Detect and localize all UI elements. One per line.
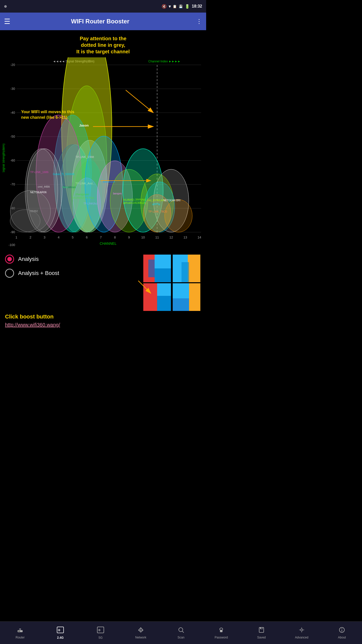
svg-rect-95	[188, 255, 200, 282]
svg-point-109	[18, 631, 19, 631]
svg-text:-40: -40	[10, 111, 15, 114]
nav-label-network: Network	[135, 636, 146, 639]
status-left-icon: ⊕	[4, 4, 7, 8]
svg-text:Your WIFI will moves to this: Your WIFI will moves to this	[21, 110, 74, 114]
nav-label-router: Router	[16, 636, 25, 639]
status-time: 18:32	[192, 4, 202, 9]
chart-wrapper: -20 -30 -40 -50 -60 -70 -80 -90 -100 Sig…	[3, 57, 204, 247]
nav-item-network[interactable]: Network	[121, 622, 161, 644]
boost-arrow	[136, 278, 186, 298]
nav-item-2g[interactable]: ② 2.4G	[40, 622, 80, 644]
svg-rect-89	[155, 255, 171, 268]
svg-text:CHANNEL: CHANNEL	[100, 242, 117, 246]
app-bar: ☰ WIFI Router Booster ⋮	[0, 13, 206, 30]
svg-text:12: 12	[169, 235, 173, 239]
svg-text:-30: -30	[10, 87, 15, 91]
more-options-button[interactable]: ⋮	[196, 18, 202, 25]
wifi-icon: ▾	[169, 4, 171, 9]
svg-point-58	[10, 210, 40, 232]
svg-text:-90: -90	[10, 230, 15, 234]
svg-text:TP-LINK_76C0: TP-LINK_76C0	[148, 210, 167, 213]
status-bar: ⊕ 🔇 ▾ 📋 💾 🔋 18:32	[0, 0, 206, 13]
svg-text:7: 7	[100, 235, 102, 239]
svg-line-106	[138, 281, 151, 293]
nav-label-2g: 2.4G	[57, 636, 64, 639]
svg-rect-105	[173, 298, 189, 311]
chart-container: Pay attention to the dotted line in grey…	[0, 30, 206, 250]
svg-text:⑤: ⑤	[98, 629, 101, 632]
click-boost-label: Click boost button	[5, 313, 201, 320]
svg-text:Jason: Jason	[79, 124, 89, 127]
nav-item-password[interactable]: Password	[201, 622, 206, 644]
svg-text:Hd_BYWLAN: Hd_BYWLAN	[148, 199, 165, 202]
nav-item-5g[interactable]: ⑤ 5G	[80, 622, 121, 644]
svg-text:TP-LINK(fix): TP-LINK(fix)	[83, 202, 97, 205]
svg-text:8: 8	[114, 235, 116, 239]
svg-text:nPPTe: nPPTe	[152, 203, 160, 206]
app-title: WIFI Router Booster	[14, 18, 186, 25]
svg-text:NETGEAR BRI: NETGEAR BRI	[163, 199, 180, 202]
nav-item-scan[interactable]: Scan	[161, 622, 201, 644]
svg-rect-104	[189, 283, 200, 311]
wifi-chart: -20 -30 -40 -50 -60 -70 -80 -90 -100 Sig…	[3, 57, 204, 246]
svg-text:6: 6	[86, 235, 87, 239]
5g-icon: ⑤	[97, 626, 104, 635]
svg-text:gehua01141308120...: gehua01141308120...	[123, 202, 148, 204]
svg-point-59	[165, 199, 192, 232]
svg-point-120	[179, 628, 183, 632]
scan-icon	[178, 627, 184, 635]
svg-text:benpm: benpm	[113, 192, 122, 195]
svg-text:1: 1	[15, 235, 17, 239]
nav-item-router[interactable]: Router	[0, 622, 40, 644]
network-icon	[138, 627, 144, 635]
annotation-top: Pay attention to the dotted line in grey…	[0, 33, 206, 57]
nav-label-5g: 5G	[99, 636, 103, 639]
svg-text:HUAWEI-7PPVNG: HUAWEI-7PPVNG	[123, 198, 146, 201]
svg-text:form: form	[63, 186, 68, 189]
svg-text:9: 9	[128, 235, 130, 239]
clipboard-icon: 📋	[173, 5, 177, 8]
svg-text:HUAWEI P9 Plus: HUAWEI P9 Plus	[73, 196, 94, 199]
svg-text:TP-LINK_1686: TP-LINK_1686	[30, 171, 49, 174]
svg-text:zhangyuan: zhangyuan	[75, 193, 89, 196]
radio-boost-label: Analysis + Boost	[18, 270, 59, 276]
radio-analysis-label: Analysis	[18, 256, 39, 262]
svg-text:crml_448A: crml_448A	[38, 185, 50, 188]
2g-icon: ②	[57, 626, 64, 635]
website-link[interactable]: http://www.wifi360.wang/	[5, 322, 201, 328]
radio-analysis[interactable]: Analysis	[5, 255, 138, 264]
nav-label-scan: Scan	[177, 636, 184, 639]
svg-text:2: 2	[29, 235, 31, 239]
svg-text:13: 13	[184, 235, 187, 239]
radio-boost[interactable]: Analysis + Boost	[5, 269, 138, 278]
radio-analysis-button[interactable]	[5, 255, 14, 264]
hamburger-menu[interactable]: ☰	[4, 17, 10, 26]
svg-text:TP-LINK_And...: TP-LINK_And...	[75, 182, 95, 185]
svg-text:NETGEAR06: NETGEAR06	[30, 191, 47, 194]
svg-text:-50: -50	[10, 135, 15, 138]
svg-text:14: 14	[198, 235, 201, 239]
svg-point-110	[19, 631, 20, 631]
storage-icon: 💾	[179, 5, 183, 8]
radio-analysis-inner	[7, 257, 12, 261]
svg-text:-70: -70	[10, 182, 15, 186]
svg-rect-92	[148, 260, 155, 277]
radio-section: Analysis Analysis + Boost	[0, 250, 206, 333]
radio-boost-button[interactable]	[5, 269, 14, 278]
mute-icon: 🔇	[162, 4, 167, 9]
svg-text:Goluk_Ti_500666: Goluk_Ti_500666	[53, 173, 74, 176]
svg-text:-100: -100	[9, 243, 15, 246]
battery-icon: 🔋	[185, 4, 190, 9]
svg-text:3: 3	[43, 235, 45, 239]
svg-text:-20: -20	[10, 63, 15, 67]
svg-text:11: 11	[155, 235, 159, 239]
svg-text:-60: -60	[10, 158, 15, 162]
svg-text:②: ②	[58, 629, 60, 632]
svg-text:03392: 03392	[30, 210, 38, 213]
svg-text:4: 4	[58, 235, 59, 239]
svg-text:10: 10	[141, 235, 145, 239]
svg-text:Channel Index ►►►►: Channel Index ►►►►	[148, 60, 180, 63]
svg-text:TP-LINK_E998: TP-LINK_E998	[75, 155, 94, 158]
svg-text:Signal Strength(dBm): Signal Strength(dBm)	[3, 144, 5, 173]
svg-text:5: 5	[72, 235, 73, 239]
